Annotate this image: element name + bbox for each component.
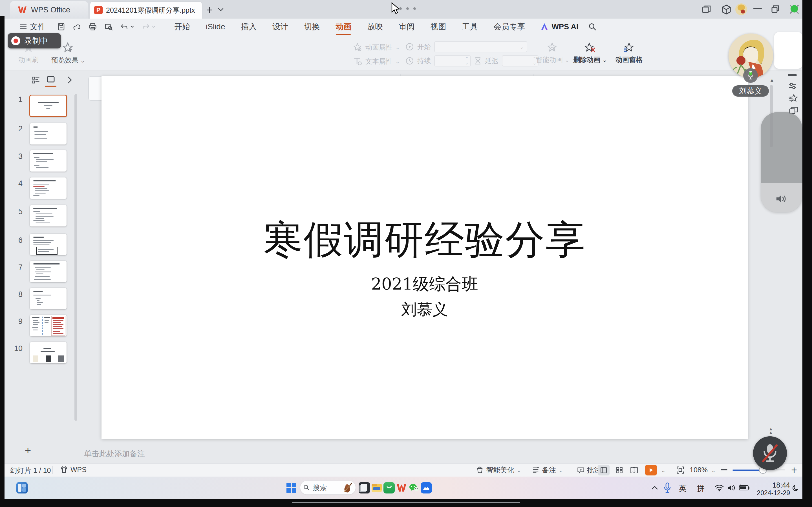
tab-transition[interactable]: 切换 xyxy=(302,21,321,32)
play-options-chevron-icon[interactable]: ⌄ xyxy=(661,467,666,473)
widgets-icon[interactable] xyxy=(16,482,28,494)
tab-tools[interactable]: 工具 xyxy=(460,21,479,32)
smart-beautify-button[interactable]: 智能美化⌄ xyxy=(476,465,521,474)
tab-list-chevron-icon[interactable] xyxy=(218,7,224,12)
task-view-icon[interactable] xyxy=(359,482,370,494)
wps-ai-button[interactable]: WPS AI xyxy=(540,22,578,31)
start-button[interactable] xyxy=(287,483,297,493)
account-avatar[interactable] xyxy=(735,3,747,15)
slide-thumbnail-3[interactable] xyxy=(30,150,66,172)
text-properties-button[interactable]: 文本属性⌄ xyxy=(353,57,400,66)
slide-thumbnail-4[interactable] xyxy=(30,177,66,199)
duration-spinner[interactable]: ⌃⌄ xyxy=(434,55,471,66)
save-icon[interactable] xyxy=(57,22,65,31)
delay-spinner[interactable]: ⌃⌄ xyxy=(502,55,539,66)
wps-office-taskbar-icon[interactable] xyxy=(396,482,407,494)
slide-thumbnail-8[interactable] xyxy=(30,288,66,309)
ime-language-secondary[interactable]: 拼 xyxy=(697,483,705,494)
reading-view-button[interactable] xyxy=(628,465,640,475)
wechat-icon[interactable] xyxy=(408,482,419,494)
document-tab[interactable]: P 20241201寒假调研分享.pptx xyxy=(90,2,202,18)
3d-cube-icon[interactable] xyxy=(721,4,732,15)
delete-animation-button[interactable]: 删除动画 ⌄ xyxy=(572,42,608,64)
speaker-icon[interactable] xyxy=(727,484,737,492)
smart-animation-button[interactable]: 智能动画 ⌄ xyxy=(536,42,569,64)
animation-properties-button[interactable]: 动画属性⌄ xyxy=(353,43,400,52)
workspace-windows-icon[interactable] xyxy=(702,4,712,15)
previous-slide-icon[interactable]: ▲▲ xyxy=(769,427,773,434)
redo-button[interactable] xyxy=(142,23,156,31)
slide-subtitle[interactable]: 2021级综合班 xyxy=(101,273,748,295)
tab-islide[interactable]: iSlide xyxy=(204,22,227,31)
slide-title[interactable]: 寒假调研经验分享 xyxy=(101,214,748,267)
zoom-slider-track-left[interactable] xyxy=(732,469,762,471)
tab-slideshow[interactable]: 放映 xyxy=(365,21,385,32)
panel-speaker-icon[interactable] xyxy=(775,193,788,205)
redo-chevron-icon[interactable] xyxy=(152,25,156,29)
new-tab-button[interactable]: + xyxy=(206,4,213,16)
tab-animation[interactable]: 动画 xyxy=(334,21,353,32)
battery-icon[interactable] xyxy=(739,485,750,491)
slide-canvas[interactable]: 寒假调研经验分享 2021级综合班 刘慕义 xyxy=(101,76,748,439)
zoom-level[interactable]: 108% xyxy=(690,466,708,474)
tab-design[interactable]: 设计 xyxy=(271,21,290,32)
slide-sorter-view-button[interactable] xyxy=(613,465,625,475)
zoom-out-button[interactable] xyxy=(721,469,727,470)
slide-thumbnail-10[interactable] xyxy=(30,342,66,363)
minimize-button[interactable] xyxy=(753,8,762,9)
undo-chevron-icon[interactable] xyxy=(130,25,134,29)
tab-membership[interactable]: 会员专享 xyxy=(492,21,527,32)
slide-panel-scrollbar[interactable] xyxy=(74,94,77,421)
tab-review[interactable]: 审阅 xyxy=(397,21,416,32)
recording-badge[interactable]: 录制中 xyxy=(8,33,61,48)
start-dropdown[interactable]: ⌄ xyxy=(434,41,527,52)
microsoft-store-icon[interactable] xyxy=(384,482,395,494)
search-icon[interactable] xyxy=(588,22,597,31)
slide-thumbnail-7[interactable] xyxy=(30,261,66,282)
animation-pane-button[interactable]: 动画窗格 xyxy=(611,42,647,64)
output-icon[interactable] xyxy=(73,22,81,31)
zoom-chevron-icon[interactable]: ⌄ xyxy=(711,467,716,473)
wps-home-tab[interactable]: WPS Office xyxy=(10,1,88,18)
taskbar-search-box[interactable]: 搜索 xyxy=(300,481,356,495)
print-icon[interactable] xyxy=(89,22,97,31)
tray-mic-icon[interactable] xyxy=(663,482,672,494)
wifi-icon[interactable] xyxy=(714,484,724,492)
tab-home[interactable]: 开始 xyxy=(172,21,192,32)
scroll-up-icon[interactable]: ▲ xyxy=(769,77,775,83)
sidebar-settings-sliders-icon[interactable] xyxy=(788,81,797,91)
mute-microphone-button[interactable] xyxy=(753,436,787,470)
fit-to-window-icon[interactable] xyxy=(676,466,684,474)
slide-thumbnail-1[interactable] xyxy=(30,95,66,117)
tab-view[interactable]: 视图 xyxy=(428,21,448,32)
slide-author[interactable]: 刘慕义 xyxy=(101,299,748,320)
tencent-meeting-icon[interactable] xyxy=(421,482,432,494)
slide-thumbnail-6[interactable] xyxy=(30,234,66,255)
presenter-mic-status[interactable] xyxy=(743,68,758,83)
add-slide-button[interactable]: + xyxy=(25,445,31,457)
print-preview-icon[interactable] xyxy=(104,22,113,31)
recorder-side-panel[interactable] xyxy=(761,112,802,212)
file-explorer-icon[interactable] xyxy=(371,482,382,494)
outline-view-icon[interactable] xyxy=(32,76,40,84)
expand-panel-icon[interactable] xyxy=(66,76,73,84)
slide-thumbnail-2[interactable] xyxy=(30,123,66,145)
notes-area[interactable]: 单击此处添加备注 xyxy=(79,444,802,463)
notes-placeholder[interactable]: 单击此处添加备注 xyxy=(84,449,145,459)
ime-language-primary[interactable]: 英 xyxy=(679,483,687,494)
file-menu[interactable]: 文件 xyxy=(20,21,46,32)
zoom-in-button[interactable]: + xyxy=(791,464,797,476)
slideshow-play-button[interactable] xyxy=(645,465,657,475)
restore-window-button[interactable] xyxy=(770,4,780,14)
normal-view-button[interactable] xyxy=(598,465,610,475)
tray-expand-icon[interactable] xyxy=(651,485,659,491)
sidebar-collapse-icon[interactable] xyxy=(788,74,797,76)
slide-view-icon[interactable] xyxy=(46,75,56,87)
tab-insert[interactable]: 插入 xyxy=(239,21,258,32)
undo-button[interactable] xyxy=(120,23,134,31)
wps-theme-button[interactable]: WPS xyxy=(60,465,87,474)
notes-button[interactable]: 备注⌄ xyxy=(532,465,563,474)
slide-thumbnail-5[interactable] xyxy=(30,205,66,226)
sidebar-animation-star-icon[interactable] xyxy=(788,94,799,103)
slide-thumbnail-9[interactable] xyxy=(30,315,66,336)
